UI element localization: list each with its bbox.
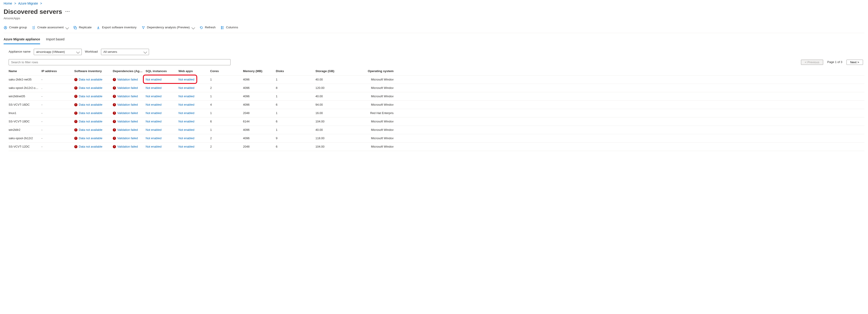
breadcrumb-home[interactable]: Home (4, 2, 12, 5)
error-icon: ! (74, 86, 78, 90)
cell-web-apps[interactable]: Not enabled (179, 110, 210, 116)
cell-name[interactable]: saku-spool-2k12r2 (9, 135, 41, 141)
cell-name[interactable]: win2k8r2 (9, 127, 41, 133)
col-sql[interactable]: SQL instances (146, 68, 179, 74)
cell-sql-instances[interactable]: Not enabled (146, 102, 179, 108)
cell-sql-instances[interactable]: Not enabled (146, 144, 179, 150)
cell-sql-instances[interactable]: Not enabled (146, 119, 179, 124)
cell-dependencies[interactable]: !Validation failed (113, 127, 146, 133)
next-button[interactable]: Next > (846, 60, 863, 65)
cell-os: Microsoft Windov (348, 144, 394, 150)
servers-table: Name IP address Software inventory Depen… (9, 67, 864, 151)
cell-software-inventory[interactable]: !Data not available (74, 85, 113, 91)
svg-rect-3 (75, 27, 76, 29)
cell-disks: 1 (276, 77, 315, 83)
dependency-analysis-button[interactable]: Dependency analysis (Preview) (142, 25, 194, 30)
cell-os: Microsoft Windov (348, 85, 394, 91)
cell-disks: 6 (276, 102, 315, 108)
cell-dependencies[interactable]: !Validation failed (113, 110, 146, 116)
col-ip[interactable]: IP address (41, 68, 74, 74)
cell-name[interactable]: SS-VCVT-12DC (9, 144, 41, 150)
col-memory[interactable]: Memory (MB) (243, 68, 276, 74)
col-storage[interactable]: Storage (GB) (315, 68, 348, 74)
cell-web-apps[interactable]: Not enabled (179, 135, 210, 141)
breadcrumb-azure-migrate[interactable]: Azure Migrate (18, 2, 38, 5)
cell-web-apps[interactable]: Not enabled (179, 119, 210, 124)
cell-software-inventory[interactable]: !Data not available (74, 127, 113, 133)
cell-name[interactable]: win2k8net35 (9, 93, 41, 99)
create-assessment-button[interactable]: Create assessment (32, 25, 68, 30)
chevron-down-icon (76, 50, 80, 54)
cell-web-apps[interactable]: Not enabled (179, 93, 210, 99)
cell-web-apps[interactable]: Not enabled (179, 144, 210, 150)
checklist-icon (32, 26, 36, 29)
col-disks[interactable]: Disks (276, 68, 315, 74)
tab-import[interactable]: Import based (46, 36, 65, 44)
cell-memory: 6144 (243, 119, 276, 124)
cell-software-inventory[interactable]: !Data not available (74, 93, 113, 99)
cell-name[interactable]: linux1 (9, 110, 41, 116)
cell-dependencies[interactable]: !Validation failed (113, 85, 146, 91)
cell-dependencies[interactable]: !Validation failed (113, 119, 146, 124)
software-status-text: Data not available (79, 111, 102, 115)
cell-dependencies[interactable]: !Validation failed (113, 144, 146, 150)
col-software[interactable]: Software inventory (74, 68, 113, 74)
more-actions-icon[interactable]: ··· (65, 9, 70, 15)
cell-software-inventory[interactable]: !Data not available (74, 144, 113, 150)
replicate-button[interactable]: Replicate (73, 25, 92, 30)
cell-sql-instances[interactable]: Not enabled (146, 135, 179, 141)
columns-button[interactable]: Columns (221, 25, 238, 30)
cell-software-inventory[interactable]: !Data not available (74, 77, 113, 83)
chevron-right-icon: > (40, 2, 42, 5)
col-deps[interactable]: Dependencies (Age… (113, 68, 146, 74)
error-icon: ! (113, 78, 116, 81)
cell-dependencies[interactable]: !Validation failed (113, 93, 146, 99)
refresh-button[interactable]: Refresh (199, 25, 216, 30)
col-os[interactable]: Operating system (348, 68, 394, 74)
appliance-value: airsonicapp (VMware) (36, 50, 65, 54)
cell-ip: - (41, 110, 74, 116)
cell-software-inventory[interactable]: !Data not available (74, 110, 113, 116)
cell-name[interactable]: SS-VCVT-19DC (9, 119, 41, 124)
cell-sql-instances[interactable]: Not enabled (146, 77, 179, 83)
cell-name[interactable]: saku-spool-2k12r2-o… (9, 85, 41, 91)
page-status: Page 1 of 3 (827, 60, 842, 64)
cell-dependencies[interactable]: !Validation failed (113, 135, 146, 141)
cell-ip: - (41, 93, 74, 99)
cell-sql-instances[interactable]: Not enabled (146, 127, 179, 133)
cell-sql-instances[interactable]: Not enabled (146, 110, 179, 116)
cell-software-inventory[interactable]: !Data not available (74, 135, 113, 141)
deps-status-text: Validation failed (117, 145, 138, 149)
cell-cores: 4 (210, 102, 243, 108)
cell-web-apps[interactable]: Not enabled (179, 102, 210, 108)
download-icon (96, 26, 100, 29)
cell-name[interactable]: saku-2k8r2-net35 (9, 77, 41, 83)
cell-software-inventory[interactable]: !Data not available (74, 102, 113, 108)
cell-storage: 118.00 (315, 135, 348, 141)
cell-cores: 1 (210, 127, 243, 133)
cell-sql-instances[interactable]: Not enabled (146, 85, 179, 91)
cell-software-inventory[interactable]: !Data not available (74, 119, 113, 124)
cell-memory: 4096 (243, 77, 276, 83)
cell-name[interactable]: SS-VCVT-16DC (9, 102, 41, 108)
export-inventory-button[interactable]: Export software inventory (96, 25, 136, 30)
table-row: saku-2k8r2-net35-!Data not available!Val… (9, 76, 864, 84)
col-name[interactable]: Name (9, 68, 41, 74)
cell-web-apps[interactable]: Not enabled (179, 85, 210, 91)
cell-memory: 2048 (243, 144, 276, 150)
workload-select[interactable]: All servers (101, 49, 149, 55)
cell-sql-instances[interactable]: Not enabled (146, 93, 179, 99)
tab-appliance[interactable]: Azure Migrate appliance (4, 36, 40, 44)
appliance-select[interactable]: airsonicapp (VMware) (34, 49, 82, 55)
col-web[interactable]: Web apps (179, 68, 210, 74)
cell-dependencies[interactable]: !Validation failed (113, 77, 146, 83)
col-cores[interactable]: Cores (210, 68, 243, 74)
replicate-icon (73, 26, 77, 29)
cell-web-apps[interactable]: Not enabled (179, 77, 210, 83)
search-input[interactable] (9, 59, 230, 65)
cell-os: Microsoft Windov (348, 135, 394, 141)
previous-button[interactable]: < Previous (801, 60, 823, 65)
cell-web-apps[interactable]: Not enabled (179, 127, 210, 133)
create-group-button[interactable]: Create group (4, 25, 27, 30)
cell-dependencies[interactable]: !Validation failed (113, 102, 146, 108)
